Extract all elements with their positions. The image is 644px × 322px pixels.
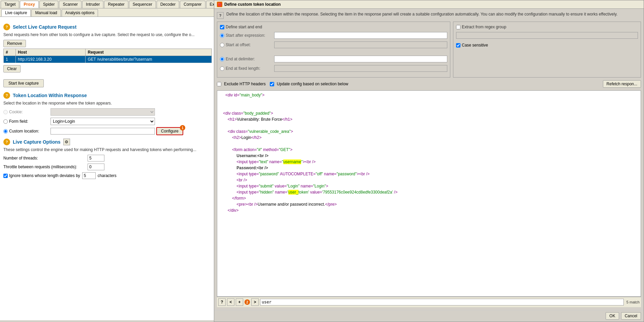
- col-request: Request: [86, 49, 212, 56]
- update-config-checkbox[interactable]: [270, 82, 274, 86]
- case-sensitive-label[interactable]: Case sensitive: [462, 43, 488, 48]
- throttle-input[interactable]: 0: [88, 164, 104, 170]
- toolbar-help-button[interactable]: ?: [218, 298, 226, 306]
- match-count: 5 match: [626, 300, 640, 304]
- extract-regex-checkbox[interactable]: [456, 25, 460, 29]
- cancel-button[interactable]: Cancel: [621, 312, 641, 320]
- dialog-description: Define the location of the token within …: [226, 11, 641, 19]
- dialog-title-bar: 🔴 Define custom token location: [214, 0, 644, 9]
- col-number: #: [4, 49, 16, 56]
- cookie-radio[interactable]: [3, 110, 8, 114]
- response-line: Password:<br />: [219, 165, 639, 171]
- ignore-tokens-row: Ignore tokens whose length deviates by c…: [3, 172, 212, 179]
- dialog-description-area: ? Define the location of the token withi…: [217, 11, 641, 19]
- start-after-radio-label[interactable]: Start after expression:: [220, 33, 272, 38]
- start-at-offset-radio-label[interactable]: Start at offset:: [220, 42, 272, 47]
- threads-input[interactable]: 5: [88, 155, 104, 162]
- settings-icon[interactable]: ⚙: [63, 139, 70, 145]
- response-line: <input type="password" AUTOCOMPLETE="off…: [219, 171, 639, 177]
- end-at-fixed-radio[interactable]: [220, 66, 224, 71]
- tab-decoder[interactable]: Decoder: [157, 1, 179, 8]
- refetch-response-button[interactable]: Refetch respon...: [603, 80, 641, 88]
- response-line: <div id="main_body">: [219, 92, 639, 98]
- tab-target[interactable]: Target: [1, 1, 19, 8]
- search-input[interactable]: [260, 299, 624, 305]
- tab-sequencer[interactable]: Sequencer: [129, 1, 156, 8]
- extract-regex-title: Extract from regex group: [456, 25, 638, 29]
- toolbar-next-button[interactable]: >: [251, 298, 259, 306]
- update-config-option: Update config based on selection below: [270, 82, 348, 86]
- token-section-header: ? Token Location Within Response: [3, 92, 212, 99]
- throttle-row: Throttle between requests (milliseconds)…: [3, 164, 212, 170]
- token-groups: Define start and end Start after express…: [217, 22, 641, 78]
- extract-regex-input: [456, 32, 638, 39]
- custom-location-label: Custom location:: [9, 129, 39, 134]
- capture-options-header: ? Live Capture Options ⚙: [3, 139, 212, 145]
- end-at-fixed-radio-label[interactable]: End at fixed length:: [220, 66, 272, 71]
- tab-comparer[interactable]: Comparer: [180, 1, 205, 8]
- response-line: Username:<br />: [219, 153, 639, 159]
- token-help-icon[interactable]: ?: [3, 92, 10, 99]
- left-panel: ? Select Live Capture Request Send reque…: [0, 17, 216, 320]
- tab-live-capture[interactable]: Live capture: [1, 9, 31, 17]
- start-after-row: Start after expression:: [220, 32, 447, 39]
- options-row: Exclude HTTP headers Update config based…: [217, 80, 641, 88]
- response-line: <h1>Vulnerability: Brute Force</h1>: [219, 116, 639, 122]
- ok-button[interactable]: OK: [606, 312, 619, 320]
- end-at-delimiter-input[interactable]: [274, 56, 447, 62]
- ignore-tokens-checkbox[interactable]: [3, 174, 8, 178]
- exclude-http-checkbox[interactable]: [217, 82, 221, 86]
- tab-spider[interactable]: Spider: [39, 1, 59, 8]
- define-start-end-checkbox[interactable]: [220, 25, 224, 29]
- form-field-radio[interactable]: [3, 119, 8, 124]
- tab-scanner[interactable]: Scanner: [59, 1, 82, 8]
- response-line: <input type="text" name="username"><br /…: [219, 159, 639, 165]
- dialog-body: ? Define the location of the token withi…: [214, 9, 644, 310]
- end-at-delimiter-row: End at delimiter:: [220, 56, 447, 62]
- tab-manual-load[interactable]: Manual load: [31, 9, 61, 17]
- form-field-radio-label[interactable]: Form field:: [3, 119, 51, 124]
- cookie-select: [51, 108, 155, 116]
- tab-analysis-options[interactable]: Analysis options: [62, 9, 98, 17]
- cookie-radio-label[interactable]: Cookie:: [3, 110, 51, 114]
- toolbar-add-button[interactable]: +: [236, 298, 243, 306]
- exclude-http-option: Exclude HTTP headers: [217, 82, 266, 86]
- custom-location-radio-label[interactable]: Custom location:: [3, 129, 51, 134]
- table-row[interactable]: 1 http://192.168.3.20 GET /vulnerabiliti…: [4, 56, 212, 63]
- select-section-header: ? Select Live Capture Request: [3, 24, 212, 30]
- token-section-title: Token Location Within Response: [13, 93, 87, 98]
- custom-location-input[interactable]: [51, 128, 155, 135]
- end-at-delimiter-radio[interactable]: [220, 57, 224, 61]
- capture-options-help-icon[interactable]: ?: [3, 139, 10, 145]
- clear-button[interactable]: Clear: [3, 65, 21, 72]
- cookie-label: Cookie:: [9, 110, 23, 114]
- form-field-select[interactable]: Login=Login: [51, 118, 155, 125]
- end-at-delimiter-radio-label[interactable]: End at delimiter:: [220, 57, 272, 61]
- tab-repeater[interactable]: Repeater: [104, 1, 128, 8]
- response-line: <div class="body_padded">: [219, 110, 639, 116]
- response-line: <div class="vulnerable_code_area">: [219, 128, 639, 135]
- dialog-help-icon[interactable]: ?: [217, 12, 224, 19]
- response-line: <input type="hidden" name='user_token' v…: [219, 189, 639, 195]
- case-sensitive-checkbox[interactable]: [456, 43, 460, 48]
- start-live-capture-button[interactable]: Start live capture: [3, 79, 44, 87]
- response-panel[interactable]: <div id="main_body"> <div class="body_pa…: [217, 90, 641, 297]
- configure-button[interactable]: Configure 1: [156, 127, 183, 135]
- custom-location-radio[interactable]: [3, 129, 8, 134]
- update-config-label[interactable]: Update config based on selection below: [277, 82, 348, 86]
- remove-button[interactable]: Remove: [3, 40, 26, 47]
- select-help-icon[interactable]: ?: [3, 24, 10, 30]
- exclude-http-label[interactable]: Exclude HTTP headers: [224, 82, 266, 86]
- ignore-tokens-input[interactable]: [82, 172, 96, 179]
- start-at-offset-radio[interactable]: [220, 43, 224, 47]
- ignore-tokens-label: Ignore tokens whose length deviates by: [9, 173, 80, 178]
- tab-intruder[interactable]: Intruder: [82, 1, 103, 8]
- start-after-input[interactable]: [274, 32, 447, 39]
- select-section-desc: Send requests here from other tools to c…: [3, 32, 212, 37]
- toolbar-prev-button[interactable]: <: [227, 298, 234, 306]
- start-after-radio[interactable]: [220, 33, 224, 38]
- select-section-title: Select Live Capture Request: [13, 24, 76, 30]
- cell-request: GET /vulnerabilities/brute/?usernam: [86, 56, 212, 63]
- tab-proxy[interactable]: Proxy: [20, 1, 38, 8]
- response-line: [219, 122, 639, 128]
